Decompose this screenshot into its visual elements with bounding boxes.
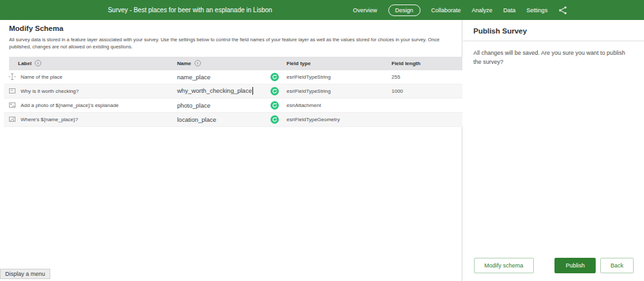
refresh-cell [270, 87, 287, 95]
nav-tab-overview[interactable]: Overview [353, 7, 377, 14]
column-header-name: Name i [177, 60, 270, 66]
nav-tab-design[interactable]: Design [388, 5, 421, 16]
nav-tab-analyze[interactable]: Analyze [472, 7, 493, 14]
table-row[interactable]: Why is it worth checking? why_worth_chec… [4, 84, 462, 99]
publish-survey-message: All changes will be saved. Are you sure … [463, 41, 644, 258]
back-button[interactable]: Back [600, 258, 634, 273]
nav-tab-data[interactable]: Data [504, 7, 516, 14]
column-header-label: Label i [9, 60, 177, 66]
status-tooltip: Display a menu [0, 269, 50, 279]
refresh-cell [270, 115, 287, 124]
modify-schema-title: Modify Schema [9, 24, 453, 32]
topbar-nav: Overview Design Collaborate Analyze Data… [353, 0, 567, 20]
refresh-icon[interactable] [270, 101, 279, 110]
field-name-text: photo_place [177, 102, 211, 109]
image-question-icon [4, 101, 21, 109]
publish-survey-title: Publish Survey [463, 20, 644, 41]
question-label: Why is it worth checking? [21, 88, 177, 94]
refresh-icon[interactable] [270, 87, 279, 95]
field-name-input[interactable]: name_place [177, 73, 270, 81]
label-header-text: Label [18, 61, 32, 66]
info-icon[interactable]: i [35, 60, 41, 66]
topbar: Survey - Best places for beer with an es… [0, 0, 644, 20]
geopoint-question-icon [4, 115, 21, 123]
nav-tab-settings[interactable]: Settings [527, 7, 548, 14]
refresh-icon[interactable] [270, 73, 279, 81]
publish-footer: Modify schema Publish Back [463, 258, 644, 281]
survey-title: Survey - Best places for beer with an es… [0, 0, 380, 20]
publish-button[interactable]: Publish [554, 258, 596, 273]
column-header-field-type: Field type [287, 61, 392, 66]
multiline-text-question-icon [4, 87, 21, 95]
schema-table: Label i Name i Field type Field length [4, 57, 462, 127]
field-name-input[interactable]: location_place [177, 116, 270, 123]
info-icon[interactable]: i [194, 60, 201, 66]
field-name-input[interactable]: photo_place [177, 102, 270, 109]
field-name-input[interactable]: why_worth_checking_place [177, 87, 270, 95]
question-label: Add a photo of ${name_place}'s esplanade [21, 102, 177, 108]
survey123-window: Survey - Best places for beer with an es… [0, 0, 644, 281]
field-type: esriFieldTypeGeometry [287, 117, 392, 122]
modify-schema-button[interactable]: Modify schema [474, 258, 534, 273]
table-row[interactable]: Name of the place name_place esriFieldTy… [4, 70, 462, 84]
table-row[interactable]: Add a photo of ${name_place}'s esplanade… [4, 99, 462, 113]
question-label: Where's ${name_place}? [21, 117, 177, 122]
refresh-cell [270, 73, 287, 81]
field-length: 1000 [392, 88, 462, 94]
nav-tab-collaborate[interactable]: Collaborate [431, 7, 461, 14]
column-header-field-length: Field length [392, 61, 462, 66]
text-caret [252, 87, 253, 95]
field-name-text: name_place [177, 73, 211, 81]
share-icon[interactable] [558, 6, 567, 15]
field-name-text: location_place [177, 116, 216, 123]
modify-schema-description: All survey data is stored in a feature l… [9, 36, 453, 51]
field-name-text: why_worth_checking_place [177, 87, 252, 94]
refresh-icon[interactable] [270, 115, 279, 124]
publish-survey-panel: Publish Survey All changes will be saved… [463, 20, 644, 281]
singleline-text-question-icon [4, 73, 21, 81]
field-length: 255 [392, 74, 462, 80]
table-row[interactable]: Where's ${name_place}? location_place es… [4, 113, 462, 127]
question-label: Name of the place [21, 74, 177, 80]
name-header-text: Name [177, 61, 191, 66]
field-type: esriAttachment [287, 102, 392, 108]
refresh-cell [270, 101, 287, 110]
field-type: esriFieldTypeString [287, 88, 392, 94]
field-type: esriFieldTypeString [287, 74, 392, 80]
schema-table-header: Label i Name i Field type Field length [9, 57, 462, 70]
modify-schema-panel: Modify Schema All survey data is stored … [0, 20, 462, 281]
